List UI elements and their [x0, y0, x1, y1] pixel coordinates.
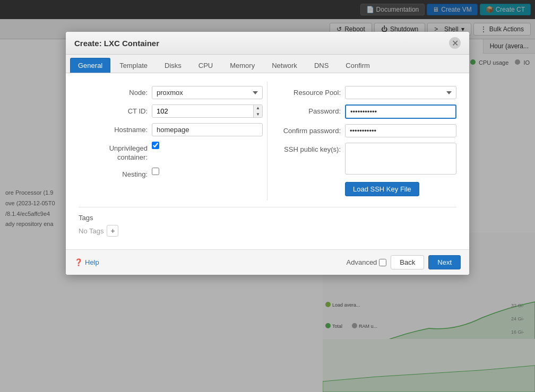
- modal-body: Node: proxmox CT ID: ▲ ▼: [66, 73, 469, 249]
- no-tags-label: No Tags: [79, 227, 103, 235]
- resource-pool-select[interactable]: [345, 86, 456, 99]
- add-tag-button[interactable]: +: [107, 225, 118, 237]
- ctid-down-button[interactable]: ▼: [254, 111, 262, 118]
- load-ssh-button[interactable]: Load SSH Key File: [345, 182, 419, 196]
- modal-overlay: Create: LXC Container ✕ General Template…: [0, 0, 535, 392]
- modal-footer: ❓ Help Advanced Back Next: [66, 249, 469, 275]
- unprivileged-row: Unprivileged container:: [79, 142, 263, 162]
- advanced-checkbox[interactable]: [379, 259, 386, 266]
- footer-right: Advanced Back Next: [347, 255, 461, 269]
- modal-header: Create: LXC Container ✕: [66, 32, 469, 55]
- unprivileged-checkbox[interactable]: [152, 142, 159, 149]
- nesting-row: Nesting:: [79, 168, 263, 178]
- hostname-label: Hostname:: [79, 123, 148, 134]
- confirm-password-label: Confirm password:: [272, 124, 341, 136]
- unprivileged-checkbox-wrap: [152, 142, 159, 149]
- node-row: Node: proxmox: [79, 86, 263, 99]
- form-left-col: Node: proxmox CT ID: ▲ ▼: [74, 82, 268, 201]
- tab-network[interactable]: Network: [264, 58, 305, 73]
- form-grid: Node: proxmox CT ID: ▲ ▼: [74, 82, 461, 201]
- ctid-spinner: ▲ ▼: [152, 104, 263, 118]
- tab-cpu[interactable]: CPU: [191, 58, 221, 73]
- tags-row: No Tags +: [79, 225, 456, 237]
- tab-confirm[interactable]: Confirm: [338, 58, 378, 73]
- modal-title: Create: LXC Container: [74, 39, 159, 48]
- form-right-col: Resource Pool: Password: Confirm passwor…: [268, 82, 461, 201]
- password-input[interactable]: [345, 104, 456, 119]
- hostname-row: Hostname:: [79, 123, 263, 136]
- confirm-password-row: Confirm password:: [272, 124, 456, 137]
- load-ssh-row: Load SSH Key File: [272, 180, 456, 196]
- close-button[interactable]: ✕: [449, 37, 461, 49]
- hostname-input[interactable]: [152, 123, 263, 136]
- confirm-password-input[interactable]: [345, 124, 456, 137]
- back-button[interactable]: Back: [391, 255, 424, 269]
- unprivileged-label: Unprivileged container:: [79, 142, 148, 162]
- nesting-checkbox[interactable]: [152, 168, 159, 175]
- password-row: Password:: [272, 104, 456, 119]
- ctid-up-button[interactable]: ▲: [254, 105, 262, 111]
- tab-memory[interactable]: Memory: [222, 58, 263, 73]
- ctid-label: CT ID:: [79, 104, 148, 115]
- ssh-key-label: SSH public key(s):: [272, 143, 341, 154]
- ssh-key-row: SSH public key(s):: [272, 143, 456, 175]
- resource-pool-row: Resource Pool:: [272, 86, 456, 99]
- resource-pool-label: Resource Pool:: [272, 86, 341, 97]
- spinner-buttons: ▲ ▼: [253, 105, 262, 117]
- password-label: Password:: [272, 104, 341, 115]
- tags-section-label: Tags: [79, 214, 456, 222]
- nesting-checkbox-wrap: [152, 168, 159, 175]
- node-label: Node:: [79, 86, 148, 97]
- tab-dns[interactable]: DNS: [306, 58, 336, 73]
- help-button[interactable]: ❓ Help: [74, 258, 99, 266]
- tags-section: Tags No Tags +: [74, 214, 461, 241]
- tab-general[interactable]: General: [70, 58, 110, 73]
- ctid-row: CT ID: ▲ ▼: [79, 104, 263, 118]
- advanced-label[interactable]: Advanced: [347, 258, 387, 266]
- tab-bar: General Template Disks CPU Memory Networ…: [66, 55, 469, 73]
- nesting-label: Nesting:: [79, 168, 148, 178]
- help-icon: ❓: [74, 258, 83, 266]
- tab-template[interactable]: Template: [111, 58, 156, 73]
- tab-disks[interactable]: Disks: [157, 58, 189, 73]
- ssh-key-textarea[interactable]: [345, 143, 456, 175]
- divider: [79, 207, 456, 207]
- create-lxc-modal: Create: LXC Container ✕ General Template…: [66, 32, 469, 275]
- ctid-input[interactable]: [152, 105, 253, 117]
- next-button[interactable]: Next: [428, 255, 461, 269]
- node-select[interactable]: proxmox: [152, 86, 263, 99]
